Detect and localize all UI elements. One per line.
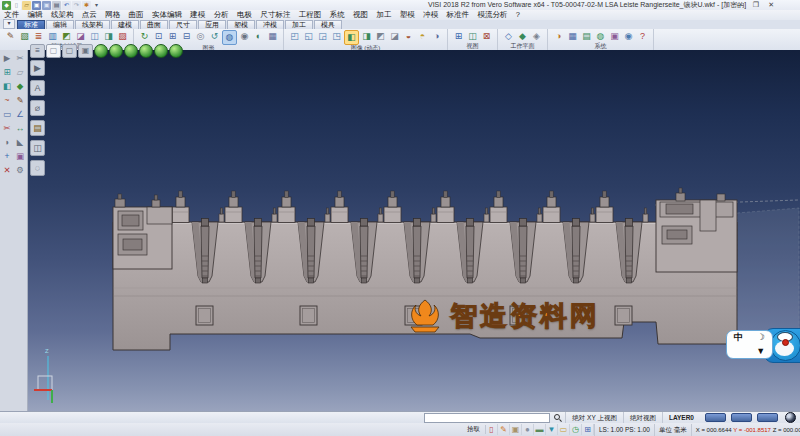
zoom-fit-icon[interactable]: ⊡ bbox=[152, 30, 165, 43]
clipboard-status-icon[interactable]: ▯ bbox=[486, 424, 498, 435]
tab-machining[interactable]: 加工 bbox=[285, 20, 313, 29]
open-folder-icon[interactable]: ▱ bbox=[22, 1, 31, 10]
menu-item-moldflow[interactable]: 模流分析 bbox=[473, 10, 511, 20]
menu-item-solid-edit[interactable]: 实体编辑 bbox=[148, 10, 186, 20]
iso-view-icon[interactable]: ◰ bbox=[288, 30, 301, 43]
top-view-icon[interactable]: ◱ bbox=[302, 30, 315, 43]
layer-indicator[interactable]: LAYER0 bbox=[662, 412, 700, 423]
back-view-ball-icon[interactable] bbox=[154, 44, 168, 58]
ribbon-collapse-button[interactable]: ▾ bbox=[3, 19, 15, 29]
pen-status-icon[interactable]: ✎ bbox=[498, 424, 510, 435]
system-help-icon[interactable]: ? bbox=[636, 30, 649, 43]
section-view-icon[interactable]: ◒ bbox=[402, 30, 415, 43]
ime-panel[interactable]: 中 ☽ ▼ bbox=[726, 330, 773, 359]
close-button[interactable]: ✕ bbox=[768, 0, 774, 10]
zoom-window-icon[interactable]: ⊞ bbox=[166, 30, 179, 43]
active-layer-tool-icon[interactable]: ▤ bbox=[30, 120, 45, 136]
redo-icon[interactable]: ↷ bbox=[72, 1, 81, 10]
tab-application[interactable]: 应用 bbox=[198, 20, 226, 29]
info-icon[interactable]: ◉ bbox=[622, 30, 635, 43]
angle-icon[interactable]: ∠ bbox=[14, 108, 26, 120]
line-type-icon[interactable]: ≣ bbox=[32, 30, 45, 43]
erase-icon[interactable]: ▱ bbox=[14, 66, 26, 78]
select-window-icon[interactable]: ◫ bbox=[88, 30, 101, 43]
tab-surface[interactable]: 曲面 bbox=[140, 20, 168, 29]
fillet-icon[interactable]: ◗ bbox=[1, 136, 13, 148]
menu-item-point-cloud[interactable]: 点云 bbox=[78, 10, 101, 20]
pan-icon[interactable]: ◎ bbox=[194, 30, 207, 43]
right-view-icon[interactable]: ◳ bbox=[330, 30, 343, 43]
maximize-button[interactable]: ❐ bbox=[753, 0, 759, 10]
menu-item-die[interactable]: 冲模 bbox=[419, 10, 442, 20]
measure-icon[interactable]: ▭ bbox=[1, 108, 13, 120]
properties-icon[interactable]: ✎ bbox=[4, 30, 17, 43]
save-icon[interactable]: ▣ bbox=[32, 1, 41, 10]
tab-tooling[interactable]: 模具 bbox=[314, 20, 342, 29]
light-icon[interactable]: ◓ bbox=[416, 30, 429, 43]
status-button-3[interactable] bbox=[757, 413, 778, 422]
background-icon[interactable]: ◑ bbox=[430, 30, 443, 43]
workplane-indicator[interactable]: 绝对 XY 上视图 bbox=[565, 412, 623, 423]
undo-icon[interactable]: ↶ bbox=[62, 1, 71, 10]
menu-item-mold[interactable]: 塑模 bbox=[396, 10, 419, 20]
hidden-line-display-icon[interactable]: ▣ bbox=[78, 44, 93, 58]
layer-filter-icon[interactable]: ▥ bbox=[46, 30, 59, 43]
cart-status-icon[interactable]: ▬ bbox=[534, 424, 546, 435]
transparency-icon[interactable]: ◪ bbox=[388, 30, 401, 43]
tab-dimension[interactable]: 尺寸 bbox=[169, 20, 197, 29]
color-swatch-icon[interactable]: ▧ bbox=[18, 30, 31, 43]
menu-item-edit[interactable]: 编辑 bbox=[23, 10, 46, 20]
options-icon[interactable]: ⚙ bbox=[14, 164, 26, 176]
model-right-block[interactable] bbox=[656, 188, 737, 272]
wireframe-display-icon[interactable]: ▢ bbox=[62, 44, 77, 58]
ime-keyboard-icon[interactable]: ▼ bbox=[756, 347, 765, 356]
curve-tool-icon[interactable]: ~ bbox=[1, 94, 13, 106]
menu-item-mesh[interactable]: 网格 bbox=[101, 10, 124, 20]
extend-icon[interactable]: ↔ bbox=[14, 122, 26, 134]
split-view-icon[interactable]: ◫ bbox=[466, 30, 479, 43]
viewport-3d[interactable]: Z 智造资料网 中 ☽ ▼ bbox=[28, 50, 800, 411]
menu-item-surface[interactable]: 曲面 bbox=[124, 10, 147, 20]
menu-item-view[interactable]: 视图 bbox=[349, 10, 372, 20]
invert-filter-icon[interactable]: ◨ bbox=[102, 30, 115, 43]
workplane-align-icon[interactable]: ◆ bbox=[516, 30, 529, 43]
shaded-mode-icon[interactable]: ◍ bbox=[222, 30, 237, 45]
database-icon[interactable]: ▤ bbox=[580, 30, 593, 43]
tab-modeling[interactable]: 建模 bbox=[111, 20, 139, 29]
print-icon[interactable]: ▤ bbox=[52, 1, 61, 10]
macro-icon[interactable]: ▣ bbox=[608, 30, 621, 43]
clock-status-icon[interactable]: ◷ bbox=[570, 424, 582, 435]
status-button-1[interactable] bbox=[705, 413, 726, 422]
side-view-ball-icon[interactable] bbox=[139, 44, 153, 58]
reset-filter-icon[interactable]: ▨ bbox=[116, 30, 129, 43]
menu-item-analysis[interactable]: 分析 bbox=[210, 10, 233, 20]
view-indicator[interactable]: 绝对视图 bbox=[623, 412, 662, 423]
search-icon[interactable] bbox=[553, 413, 562, 422]
stamp-icon[interactable]: ✱ bbox=[82, 1, 91, 10]
shaded-display-icon[interactable]: ▢ bbox=[46, 44, 61, 58]
redraw-icon[interactable]: ↻ bbox=[138, 30, 151, 43]
calculator-icon[interactable]: ▦ bbox=[566, 30, 579, 43]
annotation-tool-icon[interactable]: A bbox=[30, 80, 45, 96]
pointer-tool-icon[interactable]: ▶ bbox=[30, 60, 45, 76]
ime-toolbar[interactable]: 中 ☽ ▼ bbox=[726, 327, 800, 367]
copy-icon[interactable]: ▣ bbox=[14, 150, 26, 162]
world-icon[interactable]: ◍ bbox=[594, 30, 607, 43]
menu-item-system[interactable]: 系统 bbox=[326, 10, 349, 20]
rotate-view-ball-icon[interactable] bbox=[169, 44, 183, 58]
model-left-block[interactable] bbox=[113, 194, 172, 269]
delete-icon[interactable]: ✕ bbox=[1, 164, 13, 176]
move-icon[interactable]: + bbox=[1, 150, 13, 162]
rotate-icon[interactable]: ↺ bbox=[208, 30, 221, 43]
menu-item-wireframe[interactable]: 线架构 bbox=[47, 10, 78, 20]
chamfer-icon[interactable]: ◣ bbox=[14, 136, 26, 148]
zoom-out-icon[interactable]: ⊟ bbox=[180, 30, 193, 43]
new-view-icon[interactable]: ⊞ bbox=[452, 30, 465, 43]
top-view-ball-icon[interactable] bbox=[109, 44, 123, 58]
new-file-icon[interactable]: ▯ bbox=[12, 1, 21, 10]
snap-grid-icon[interactable]: ⊞ bbox=[1, 66, 13, 78]
surface-tool-icon[interactable]: ◧ bbox=[1, 80, 13, 92]
select-icon[interactable]: ▶ bbox=[1, 52, 13, 64]
iso-view-ball-icon[interactable] bbox=[94, 44, 108, 58]
shirt-status-icon[interactable]: ▼ bbox=[546, 424, 558, 435]
